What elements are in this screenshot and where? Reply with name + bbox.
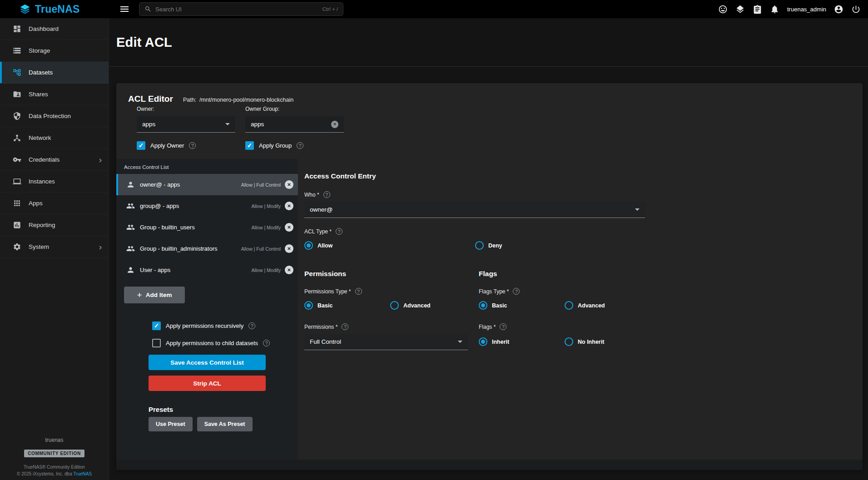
sidebar-item-apps[interactable]: Apps <box>0 193 109 214</box>
sidebar-item-credentials[interactable]: Credentials <box>0 149 109 171</box>
help-icon[interactable] <box>500 323 506 330</box>
radio-icon <box>565 301 573 310</box>
help-icon[interactable] <box>513 288 520 295</box>
delete-entry-icon[interactable] <box>285 266 293 274</box>
feedback-icon[interactable] <box>718 5 728 14</box>
radio-icon <box>304 241 313 250</box>
layers-icon[interactable] <box>735 5 745 14</box>
acl-entry-row[interactable]: User - apps Allow | Modify <box>116 259 298 281</box>
acl-entry-row[interactable]: Group - builtin_administrators Allow | F… <box>116 238 298 259</box>
sidebar-item-label: Dashboard <box>29 25 59 32</box>
help-icon[interactable] <box>263 340 270 346</box>
acl-entry-row[interactable]: group@ - apps Allow | Modify <box>116 195 298 217</box>
plus-icon <box>137 291 142 299</box>
menu-toggle-button[interactable] <box>119 4 130 15</box>
radio-option-basic[interactable]: Basic <box>479 301 565 310</box>
truenas-logo[interactable]: TrueNAS <box>0 3 109 15</box>
permissions-value: Full Control <box>310 338 341 345</box>
power-icon[interactable] <box>851 5 861 14</box>
strip-acl-button[interactable]: Strip ACL <box>149 376 266 391</box>
acl-entry-permission: Allow | Full Control <box>238 246 281 252</box>
acl-entry-row[interactable]: Group - builtin_users Allow | Modify <box>116 217 298 238</box>
radio-option-basic[interactable]: Basic <box>304 301 390 310</box>
delete-entry-icon[interactable] <box>285 223 293 232</box>
hostname: truenas <box>0 437 109 443</box>
radio-icon <box>475 241 484 250</box>
recursive-checkbox-row: Apply permissions recursively <box>152 322 298 330</box>
path-value: /mnt/monero-pool/monero-blockchain <box>199 97 293 103</box>
instances-icon <box>13 177 21 186</box>
delete-entry-icon[interactable] <box>285 180 293 189</box>
sidebar-item-system[interactable]: System <box>0 236 109 258</box>
sidebar-footer: truenas COMMUNITY EDITION TrueNAS® Commu… <box>0 437 109 476</box>
apply-owner-checkbox[interactable] <box>137 141 145 150</box>
sidebar-item-datasets[interactable]: Datasets <box>0 62 109 84</box>
acl-type-label-row: ACL Type * <box>304 228 852 235</box>
help-icon[interactable] <box>336 228 342 235</box>
radio-option-advanced[interactable]: Advanced <box>390 301 431 310</box>
who-label: Who * <box>304 192 319 198</box>
help-icon[interactable] <box>342 323 348 330</box>
add-item-button[interactable]: Add Item <box>124 287 185 303</box>
help-icon[interactable] <box>355 288 362 295</box>
radio-option-inherit[interactable]: Inherit <box>479 337 565 346</box>
group-icon <box>126 244 135 253</box>
chevron-right-icon <box>99 242 102 251</box>
apply-group-checkbox[interactable] <box>245 141 254 150</box>
copyright-link[interactable]: TrueNAS <box>73 471 92 476</box>
delete-entry-icon[interactable] <box>285 202 293 210</box>
clear-icon[interactable] <box>331 121 338 128</box>
sidebar-item-dashboard[interactable]: Dashboard <box>0 18 109 40</box>
help-icon[interactable] <box>297 142 303 149</box>
delete-entry-icon[interactable] <box>285 244 293 253</box>
save-acl-button[interactable]: Save Access Control List <box>149 355 266 370</box>
help-icon[interactable] <box>189 142 196 149</box>
group-icon <box>126 223 135 232</box>
sidebar-item-instances[interactable]: Instances <box>0 171 109 193</box>
radio-icon <box>390 301 399 310</box>
radio-icon <box>304 301 313 310</box>
use-preset-button[interactable]: Use Preset <box>149 417 193 431</box>
help-icon[interactable] <box>323 191 330 198</box>
child-datasets-checkbox[interactable] <box>152 339 161 347</box>
user-avatar-icon[interactable] <box>834 5 843 14</box>
owner-select[interactable]: apps <box>137 116 235 133</box>
sidebar-item-label: Credentials <box>29 156 60 163</box>
apply-options: Apply permissions recursively Apply perm… <box>152 322 298 347</box>
acl-entry-row[interactable]: owner@ - apps Allow | Full Control <box>116 174 298 195</box>
owner-group-input[interactable]: apps <box>245 116 344 133</box>
sidebar-item-storage[interactable]: Storage <box>0 40 109 62</box>
child-datasets-label: Apply permissions to child datasets <box>166 340 258 346</box>
radio-option-deny[interactable]: Deny <box>475 241 502 250</box>
radio-option-no-inherit[interactable]: No Inherit <box>565 337 604 346</box>
acl-type-label: ACL Type * <box>304 228 332 235</box>
search-input[interactable] <box>155 6 319 13</box>
apply-group-label: Apply Group <box>259 142 292 149</box>
radio-option-advanced[interactable]: Advanced <box>565 301 605 310</box>
sidebar-item-network[interactable]: Network <box>0 127 109 149</box>
topbar-actions: truenas_admin <box>718 5 868 14</box>
person-icon <box>126 266 135 274</box>
brand-text: TrueNAS <box>35 3 80 15</box>
apply-group-checkbox-row: Apply Group <box>245 141 303 150</box>
notifications-icon[interactable] <box>770 5 779 14</box>
who-value: owner@ <box>310 206 332 213</box>
recursive-checkbox[interactable] <box>152 322 161 330</box>
permissions-type-radio-group: Basic Advanced <box>304 301 479 310</box>
chevron-down-icon <box>635 208 640 211</box>
sidebar-item-label: Instances <box>29 178 55 185</box>
help-icon[interactable] <box>248 322 255 329</box>
chevron-right-icon <box>99 155 102 164</box>
global-search[interactable]: Ctrl + / <box>139 2 343 16</box>
logged-in-user[interactable]: truenas_admin <box>787 6 826 13</box>
acl-entry-name: Group - builtin_users <box>140 224 195 231</box>
save-as-preset-button[interactable]: Save As Preset <box>197 417 253 431</box>
sidebar-item-shares[interactable]: Shares <box>0 84 109 105</box>
acl-entry-name: group@ - apps <box>140 203 179 209</box>
permissions-select[interactable]: Full Control <box>304 334 468 350</box>
radio-option-allow[interactable]: Allow <box>304 241 475 250</box>
jobs-icon[interactable] <box>753 5 762 14</box>
who-select[interactable]: owner@ <box>304 202 645 218</box>
sidebar-item-reporting[interactable]: Reporting <box>0 214 109 236</box>
sidebar-item-data-protection[interactable]: Data Protection <box>0 105 109 127</box>
